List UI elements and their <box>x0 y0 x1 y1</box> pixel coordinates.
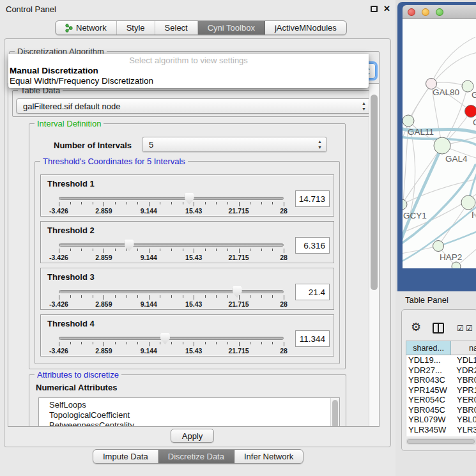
threshold-value-field[interactable] <box>295 237 330 254</box>
numerical-attributes-list[interactable]: SelfLoopsTopologicalCoefficientBetweenne… <box>38 397 340 427</box>
tab-infer-network[interactable]: Infer Network <box>234 450 303 463</box>
threshold-slider[interactable] <box>59 243 284 247</box>
close-icon[interactable]: ✕ <box>383 4 390 13</box>
tick-mark <box>272 342 273 344</box>
table-row[interactable]: YLR345W YLR3 <box>406 425 476 435</box>
tick-mark <box>284 295 284 300</box>
table-row[interactable]: YPR145W YPR1 <box>406 385 476 395</box>
attribute-item[interactable]: SelfLoops <box>49 400 339 410</box>
checkbox-checked-icon[interactable]: ☑ <box>457 324 464 333</box>
minimize-traffic-light-icon[interactable] <box>422 8 429 16</box>
checkbox-checked-icon[interactable]: ☑ <box>466 324 473 333</box>
threshold-value-field[interactable] <box>295 330 330 347</box>
tab-impute-data[interactable]: Impute Data <box>93 450 158 463</box>
tab-discretize-data[interactable]: Discretize Data <box>158 450 234 463</box>
network-node[interactable] <box>403 115 414 127</box>
table-hscrollbar-thumb[interactable] <box>407 439 475 444</box>
apply-button[interactable]: Apply <box>171 429 214 443</box>
tick-mark <box>59 342 59 346</box>
cell-shared-name: YDR27... <box>406 365 452 375</box>
tick-label: -3.426 <box>49 207 68 215</box>
table-row[interactable]: YER054C YER0 <box>406 395 476 405</box>
tick-mark <box>104 202 104 206</box>
network-node[interactable] <box>434 137 450 154</box>
slider-tick-labels: -3.4262.8599.14415.4321.71528 <box>59 254 284 261</box>
cell-shared-name: YIL052C <box>406 434 453 436</box>
network-node[interactable] <box>465 105 476 118</box>
tab-style[interactable]: Style <box>117 21 155 35</box>
popup-option-manual-discretization[interactable]: Manual Discretization <box>10 66 98 75</box>
table-row[interactable]: YBR043C YBR0 <box>406 375 476 385</box>
columns-icon[interactable] <box>433 323 444 334</box>
tab-cyni-toolbox[interactable]: Cyni Toolbox <box>198 21 265 35</box>
tick-mark <box>160 342 160 344</box>
threshold-slider[interactable] <box>59 197 284 200</box>
tick-mark <box>183 202 183 204</box>
interval-definition-group: Interval Definition Number of Intervals … <box>29 123 346 369</box>
table-row[interactable]: YBR045C YBR0 <box>406 405 476 415</box>
table-row[interactable]: YDL19... YDL1 <box>406 355 476 365</box>
threshold-slider[interactable] <box>59 337 284 340</box>
cell-shared-name: YBL079W <box>406 415 453 424</box>
network-node[interactable] <box>433 241 444 252</box>
tick-mark <box>227 295 228 298</box>
zoom-traffic-light-icon[interactable] <box>436 8 443 16</box>
tick-label: 15.43 <box>185 300 202 308</box>
network-view-window[interactable]: GAL80GCGAL11GAL4GCY1HHAP2 <box>397 2 476 291</box>
tab-discretize-data-label: Discretize Data <box>168 452 224 461</box>
attributes-scrollbar-thumb[interactable] <box>332 400 338 427</box>
tab-select-label: Select <box>165 23 188 33</box>
table-data-combo-value: galFiltered.sif default node <box>23 102 120 111</box>
float-window-icon[interactable] <box>371 6 378 12</box>
settings-scrollbar-thumb[interactable] <box>371 95 378 290</box>
table-row[interactable]: YBL079W YBL0 <box>406 415 476 425</box>
threshold-slider[interactable] <box>59 290 284 293</box>
attribute-item[interactable]: BetweennessCentrality <box>49 420 339 427</box>
tab-jactivemnodules[interactable]: jActiveMNodules <box>265 21 346 35</box>
table-data-combo[interactable]: galFiltered.sif default node ▲ ▼ <box>16 98 371 114</box>
tick-mark <box>93 249 93 251</box>
threshold-value-field[interactable] <box>295 284 330 300</box>
cell-name: YBR0 <box>453 375 476 385</box>
network-node[interactable] <box>452 262 461 268</box>
tab-select[interactable]: Select <box>155 21 198 35</box>
network-node-label: C <box>473 118 476 127</box>
tick-mark <box>160 202 160 204</box>
attributes-list-scrollbar[interactable] <box>330 398 339 427</box>
tab-network[interactable]: Network <box>56 21 117 35</box>
bottom-tab-bar: Impute Data Discretize Data Infer Networ… <box>93 449 303 464</box>
close-traffic-light-icon[interactable] <box>408 8 415 16</box>
cell-shared-name: YPR145W <box>406 385 453 395</box>
popup-option-equal-width-frequency[interactable]: Equal Width/Frequency Discretization <box>10 76 153 86</box>
tick-mark <box>93 202 93 204</box>
tick-mark <box>115 342 116 344</box>
table-row[interactable]: YIL052C YIL0 <box>406 434 476 436</box>
tick-label: 21.715 <box>229 300 249 308</box>
table-body: YDL19... YDL1 YDR27... YDR2 YBR043C YBR0… <box>406 355 476 436</box>
network-window-titlebar[interactable] <box>403 5 476 19</box>
network-node[interactable] <box>403 199 407 210</box>
cell-name: YPR1 <box>453 385 476 395</box>
threshold-value-field[interactable] <box>295 190 330 207</box>
tick-mark <box>261 342 262 344</box>
column-header-shared-name[interactable]: shared... <box>406 341 451 355</box>
interval-definition-group-title: Interval Definition <box>35 119 104 128</box>
slider-ticks <box>59 295 284 300</box>
column-header-name[interactable]: na <box>451 341 476 355</box>
network-canvas[interactable]: GAL80GCGAL11GAL4GCY1HHAP2 <box>403 19 476 268</box>
network-node[interactable] <box>461 196 475 210</box>
table-horizontal-scrollbar[interactable] <box>406 438 476 445</box>
tick-mark <box>272 249 273 251</box>
attribute-item[interactable]: TopologicalCoefficient <box>49 410 339 420</box>
settings-vertical-scrollbar[interactable] <box>369 84 379 426</box>
tick-label: 15.43 <box>185 347 202 355</box>
node-attribute-table: shared... na YDL19... YDL1 YDR27... YDR2… <box>406 341 476 436</box>
number-of-intervals-combo[interactable]: 5 ▲ ▼ <box>142 137 327 152</box>
gear-icon[interactable]: ⚙ <box>411 320 421 334</box>
tick-mark <box>239 295 240 300</box>
network-node-label: GCY1 <box>403 211 427 220</box>
cell-shared-name: YBR043C <box>406 375 453 385</box>
cell-name: YBL0 <box>453 415 476 424</box>
table-row[interactable]: YDR27... YDR2 <box>406 365 476 376</box>
tick-mark <box>137 249 138 251</box>
